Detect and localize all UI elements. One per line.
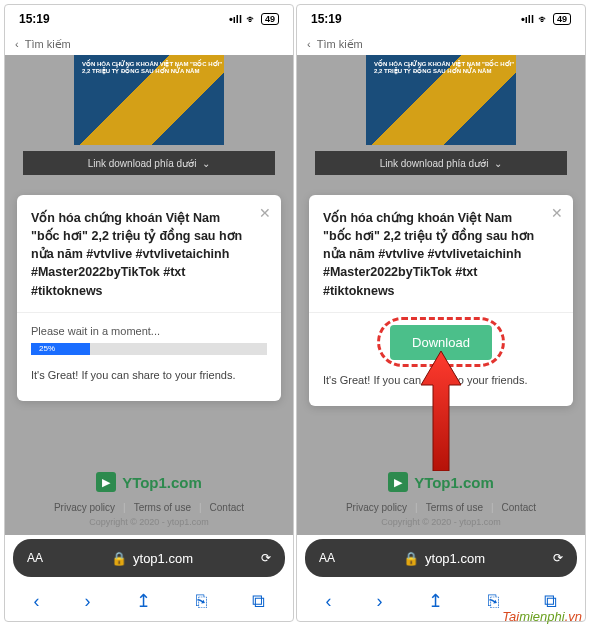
bookmarks-button[interactable]: ⎘ <box>196 591 207 612</box>
signal-icon: •ıll <box>521 13 534 25</box>
thumbnail-caption: VỐN HÓA CHỨNG KHOÁN VIỆT NAM "BỐC HƠI" 2… <box>374 61 516 75</box>
share-button[interactable]: ↥ <box>136 590 151 612</box>
logo-icon: ▶ <box>388 472 408 492</box>
reload-icon[interactable]: ⟳ <box>261 551 271 565</box>
divider <box>309 312 573 313</box>
back-button[interactable]: ‹ <box>326 591 332 612</box>
terms-link[interactable]: Terms of use <box>422 502 487 513</box>
status-bar: 15:19 •ıll ᯤ 49 <box>5 5 293 33</box>
back-button[interactable]: ‹ <box>34 591 40 612</box>
privacy-link[interactable]: Privacy policy <box>342 502 411 513</box>
page-content: VỐN HÓA CHỨNG KHOÁN VIỆT NAM "BỐC HƠI" 2… <box>297 55 585 535</box>
contact-link[interactable]: Contact <box>206 502 248 513</box>
download-popup: ✕ Vốn hóa chứng khoán Việt Nam "bốc hơi"… <box>309 195 573 406</box>
reload-icon[interactable]: ⟳ <box>553 551 563 565</box>
forward-button[interactable]: › <box>85 591 91 612</box>
signal-icon: •ıll <box>229 13 242 25</box>
progress-label: 25% <box>39 343 55 355</box>
chevron-left-icon[interactable]: ‹ <box>307 38 311 50</box>
lock-icon: 🔒 <box>403 551 419 566</box>
close-icon[interactable]: ✕ <box>551 205 563 221</box>
browser-toolbar: ‹ › ↥ ⎘ ⧉ <box>5 581 293 621</box>
link-download-banner[interactable]: Link download phía dưới ⌄ <box>23 151 275 175</box>
video-thumbnail: VỐN HÓA CHỨNG KHOÁN VIỆT NAM "BỐC HƠI" 2… <box>74 55 224 145</box>
wifi-icon: ᯤ <box>246 13 257 25</box>
progress-bar: 25% <box>31 343 267 355</box>
address-bar[interactable]: AA 🔒 ytop1.com ⟳ <box>13 539 285 577</box>
thumbnail-caption: VỐN HÓA CHỨNG KHOÁN VIỆT NAM "BỐC HƠI" 2… <box>82 61 224 75</box>
bookmarks-button[interactable]: ⎘ <box>488 591 499 612</box>
text-size-button[interactable]: AA <box>27 551 43 565</box>
copyright: Copyright © 2020 - ytop1.com <box>297 517 585 527</box>
chevron-down-icon: ⌄ <box>202 158 210 169</box>
text-size-button[interactable]: AA <box>319 551 335 565</box>
link-download-banner[interactable]: Link download phía dưới ⌄ <box>315 151 567 175</box>
close-icon[interactable]: ✕ <box>259 205 271 221</box>
site-footer: ▶ YTop1.com Privacy policy | Terms of us… <box>297 460 585 535</box>
status-bar: 15:19 •ıll ᯤ 49 <box>297 5 585 33</box>
share-message: It's Great! If you can share to your fri… <box>31 369 267 381</box>
page-content: VỐN HÓA CHỨNG KHOÁN VIỆT NAM "BỐC HƠI" 2… <box>5 55 293 535</box>
privacy-link[interactable]: Privacy policy <box>50 502 119 513</box>
search-row[interactable]: ‹ Tìm kiếm <box>5 33 293 55</box>
battery-level: 49 <box>553 13 571 25</box>
address-bar[interactable]: AA 🔒 ytop1.com ⟳ <box>305 539 577 577</box>
logo-text: YTop1.com <box>122 474 202 491</box>
download-popup: ✕ Vốn hóa chứng khoán Việt Nam "bốc hơi"… <box>17 195 281 401</box>
watermark: Taimienphi.vn <box>502 609 582 624</box>
wifi-icon: ᯤ <box>538 13 549 25</box>
contact-link[interactable]: Contact <box>498 502 540 513</box>
search-row[interactable]: ‹ Tìm kiếm <box>297 33 585 55</box>
wait-message: Please wait in a moment... <box>31 325 267 337</box>
url-text: ytop1.com <box>133 551 193 566</box>
lock-icon: 🔒 <box>111 551 127 566</box>
battery-level: 49 <box>261 13 279 25</box>
tabs-button[interactable]: ⧉ <box>252 591 265 612</box>
share-message: It's Great! If you can share to your fri… <box>323 374 559 386</box>
divider <box>17 312 281 313</box>
phone-left: 15:19 •ıll ᯤ 49 ‹ Tìm kiếm VỐN HÓA CHỨNG… <box>4 4 294 622</box>
phone-right: 15:19 •ıll ᯤ 49 ‹ Tìm kiếm VỐN HÓA CHỨNG… <box>296 4 586 622</box>
site-footer: ▶ YTop1.com Privacy policy | Terms of us… <box>5 460 293 535</box>
share-button[interactable]: ↥ <box>428 590 443 612</box>
search-placeholder: Tìm kiếm <box>25 38 71 51</box>
popup-title: Vốn hóa chứng khoán Việt Nam "bốc hơi" 2… <box>323 209 559 300</box>
clock: 15:19 <box>311 12 342 26</box>
logo-text: YTop1.com <box>414 474 494 491</box>
search-placeholder: Tìm kiếm <box>317 38 363 51</box>
video-thumbnail: VỐN HÓA CHỨNG KHOÁN VIỆT NAM "BỐC HƠI" 2… <box>366 55 516 145</box>
popup-title: Vốn hóa chứng khoán Việt Nam "bốc hơi" 2… <box>31 209 267 300</box>
logo-icon: ▶ <box>96 472 116 492</box>
clock: 15:19 <box>19 12 50 26</box>
chevron-left-icon[interactable]: ‹ <box>15 38 19 50</box>
terms-link[interactable]: Terms of use <box>130 502 195 513</box>
url-text: ytop1.com <box>425 551 485 566</box>
forward-button[interactable]: › <box>377 591 383 612</box>
copyright: Copyright © 2020 - ytop1.com <box>5 517 293 527</box>
download-button[interactable]: Download <box>390 325 492 360</box>
chevron-down-icon: ⌄ <box>494 158 502 169</box>
